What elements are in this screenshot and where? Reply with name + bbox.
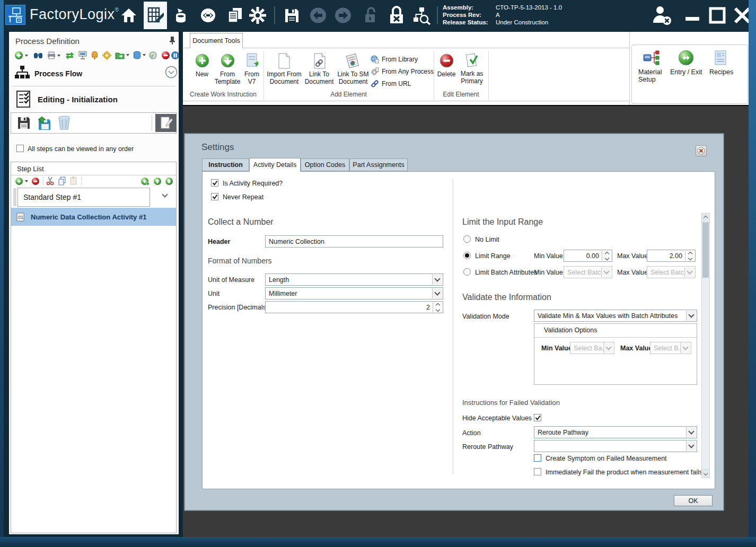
validation-mode-select[interactable]: Validate Min & Max Values with Batch Att… — [534, 310, 697, 322]
transfer-button[interactable] — [199, 7, 217, 24]
collapse-process-flow-button[interactable] — [165, 66, 178, 81]
config-button[interactable] — [102, 51, 111, 60]
edit-instruction-button-active[interactable] — [155, 114, 177, 132]
redo-button[interactable] — [334, 7, 352, 24]
import-from-document-button[interactable]: Import From Document — [267, 53, 302, 85]
home-button[interactable] — [120, 7, 138, 24]
link-to-document-button[interactable]: Link To Document — [304, 53, 335, 85]
maximize-button[interactable] — [707, 5, 727, 25]
link-to-sm-document-button[interactable]: Link To SM Document — [337, 53, 370, 85]
alert-button[interactable] — [91, 51, 99, 59]
sync-button[interactable] — [65, 51, 74, 59]
paste-step-button[interactable] — [69, 177, 77, 186]
hide-acceptable-checkbox[interactable] — [534, 414, 541, 421]
min-value-input[interactable]: 0.00 — [564, 250, 612, 262]
save-button[interactable] — [283, 7, 301, 24]
min-value-spinner[interactable] — [602, 251, 611, 261]
move-down-button[interactable] — [165, 177, 173, 186]
add-process-button[interactable] — [14, 51, 28, 60]
ok-button[interactable]: OK — [674, 495, 713, 506]
minimize-button[interactable] — [683, 6, 702, 24]
unit-of-measure-select[interactable]: Length — [265, 274, 443, 286]
tab-part-assignments[interactable]: Part Assignments — [349, 158, 408, 171]
process-search-button[interactable] — [411, 6, 433, 26]
import-step-button[interactable] — [34, 114, 54, 131]
form-scrollbar[interactable] — [701, 213, 710, 478]
dialog-close-button[interactable] — [696, 145, 707, 156]
scrollbar-thumb[interactable] — [702, 223, 709, 278]
copy-step-button[interactable] — [58, 177, 66, 186]
feeder-setup-button[interactable] — [172, 7, 190, 24]
never-repeat-checkbox[interactable] — [211, 193, 218, 200]
cut-step-button[interactable] — [46, 177, 55, 186]
add-activity-button[interactable] — [140, 177, 150, 186]
export-button[interactable] — [115, 51, 129, 59]
immediately-fail-checkbox[interactable] — [534, 468, 541, 475]
step-grip[interactable] — [13, 188, 16, 206]
max-value-input[interactable]: 2.00 — [647, 250, 696, 262]
delete-element-button[interactable]: Delete — [436, 53, 456, 78]
any-order-checkbox[interactable] — [16, 145, 24, 152]
refresh-circle-button[interactable] — [148, 51, 157, 60]
step-expander[interactable] — [163, 194, 167, 197]
unit-select[interactable]: Millimeter — [265, 287, 443, 299]
app-brand: FactoryLogix® — [30, 6, 119, 23]
settings-button[interactable] — [248, 6, 267, 25]
precision-spinner[interactable] — [433, 302, 442, 312]
recipes-button[interactable] — [714, 49, 728, 68]
find-button[interactable] — [33, 51, 43, 59]
header-input[interactable]: Numeric Collection — [265, 235, 443, 248]
remove-circle-button[interactable] — [161, 51, 170, 60]
no-limit-radio[interactable] — [463, 235, 471, 243]
scroll-down-button[interactable] — [702, 469, 709, 478]
activity-row-selected[interactable]: 01 Numeric Data Collection Activity #1 — [11, 208, 176, 226]
step-name-box[interactable]: Standard Step #1 — [17, 188, 150, 207]
documents-button[interactable] — [225, 7, 244, 24]
pin-icon[interactable] — [168, 36, 177, 47]
move-up-button[interactable] — [153, 177, 162, 186]
max-value-spinner[interactable] — [685, 251, 695, 261]
from-url-button[interactable]: From URL — [371, 80, 411, 88]
entry-exit-button[interactable] — [678, 49, 695, 68]
tab-activity-details[interactable]: Activity Details — [249, 158, 301, 172]
limit-range-radio[interactable] — [463, 252, 471, 259]
pause-circle-button[interactable] — [171, 51, 180, 60]
validation-mode-chevron[interactable] — [686, 311, 696, 321]
precision-input[interactable]: 2 — [265, 301, 443, 313]
print-button[interactable] — [47, 51, 60, 59]
from-template-button[interactable]: From Template — [214, 53, 241, 85]
delete-step-button[interactable] — [55, 114, 74, 131]
mark-as-primary-button[interactable]: Mark as Primary — [458, 53, 486, 85]
new-instruction-button[interactable]: New — [191, 53, 213, 78]
work-instructions-button-selected[interactable] — [144, 2, 167, 29]
save-step-button[interactable] — [14, 114, 33, 131]
process-flow-label[interactable]: Process Flow — [34, 69, 82, 78]
reroute-chevron[interactable] — [686, 441, 696, 451]
action-chevron[interactable] — [686, 427, 696, 437]
create-symptom-checkbox[interactable] — [534, 454, 541, 462]
tab-instruction[interactable]: Instruction — [202, 158, 249, 171]
unit-chevron[interactable] — [432, 288, 442, 298]
from-any-process-button[interactable]: From Any Process — [371, 67, 434, 76]
reroute-pathway-select[interactable] — [534, 440, 697, 452]
material-setup-button[interactable] — [643, 49, 661, 69]
remove-step-button[interactable] — [31, 177, 40, 186]
add-step-button[interactable] — [15, 177, 28, 186]
activity-name: Numeric Data Collection Activity #1 — [31, 213, 146, 221]
logout-user-button[interactable] — [651, 4, 673, 27]
delete-data-button[interactable] — [133, 51, 146, 59]
tab-document-tools[interactable]: Document Tools — [190, 33, 243, 48]
unlock-button[interactable] — [363, 6, 379, 24]
limit-batch-radio[interactable] — [463, 268, 471, 276]
action-select[interactable]: Reroute Pathway — [534, 426, 697, 438]
tab-option-codes[interactable]: Option Codes — [301, 158, 349, 171]
unit-of-measure-chevron[interactable] — [432, 275, 442, 285]
lock-revision-button[interactable] — [387, 5, 406, 25]
from-library-button[interactable]: From Library — [371, 55, 418, 64]
scroll-up-button[interactable] — [702, 214, 709, 223]
undo-button[interactable] — [309, 7, 327, 24]
is-activity-required-checkbox[interactable] — [211, 179, 218, 187]
from-v7-button[interactable]: From V7 — [241, 53, 262, 85]
spin-down-icon — [604, 255, 609, 260]
present-button[interactable] — [78, 51, 87, 59]
